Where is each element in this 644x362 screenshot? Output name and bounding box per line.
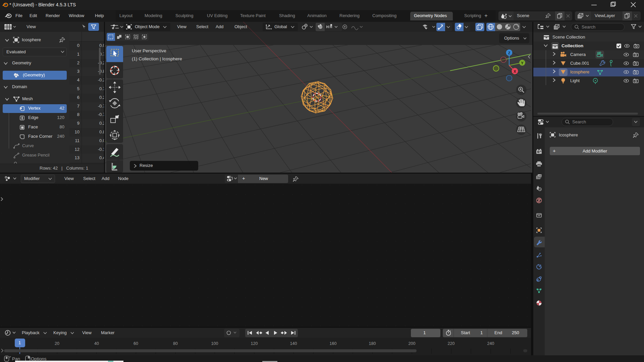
svg-text:Z: Z bbox=[508, 51, 511, 55]
svg-text:Y: Y bbox=[521, 61, 524, 65]
svg-text:X: X bbox=[514, 69, 516, 73]
